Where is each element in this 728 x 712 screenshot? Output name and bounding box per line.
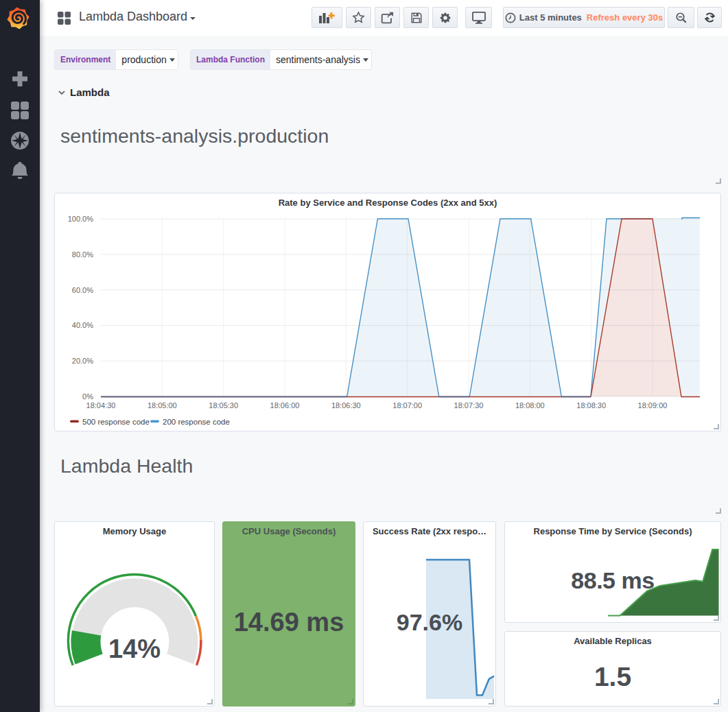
svg-text:60.0%: 60.0% <box>72 286 93 294</box>
svg-text:18:07:00: 18:07:00 <box>392 401 422 410</box>
svg-text:0%: 0% <box>82 392 93 401</box>
svg-text:18:05:30: 18:05:30 <box>209 401 238 410</box>
svg-text:18:08:30: 18:08:30 <box>576 401 606 410</box>
svg-text:18:09:00: 18:09:00 <box>638 401 668 410</box>
svg-text:40.0%: 40.0% <box>72 321 93 329</box>
svg-text:500 response code: 500 response code <box>82 418 150 426</box>
svg-text:18:06:30: 18:06:30 <box>331 401 361 410</box>
svg-text:18:04:30: 18:04:30 <box>86 401 116 410</box>
svg-text:80.0%: 80.0% <box>72 250 93 259</box>
svg-text:20.0%: 20.0% <box>72 357 93 365</box>
svg-text:18:05:00: 18:05:00 <box>148 401 177 410</box>
svg-text:18:06:00: 18:06:00 <box>270 401 300 410</box>
svg-text:18:08:00: 18:08:00 <box>515 401 545 410</box>
svg-text:100.0%: 100.0% <box>68 215 94 223</box>
svg-text:200 response code: 200 response code <box>163 418 230 426</box>
svg-text:18:07:30: 18:07:30 <box>454 401 484 410</box>
